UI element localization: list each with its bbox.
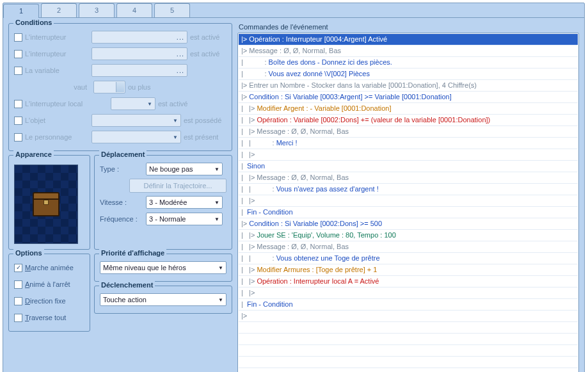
step-anim-label: Animé à l'arrêt xyxy=(25,280,70,288)
command-line[interactable]: |> Condition : Si Variable [0002:Dons] >… xyxy=(239,218,578,230)
page-tab-1[interactable]: 1 xyxy=(3,4,39,18)
variable-value-spinner[interactable] xyxy=(93,81,125,93)
command-line[interactable] xyxy=(239,322,578,334)
chevron-down-icon: ▼ xyxy=(214,166,219,172)
walk-anim-label: Marche animée xyxy=(25,264,74,271)
options-title: Options xyxy=(13,249,44,257)
switch2-label: L'interrupteur xyxy=(25,50,89,58)
switch1-checkbox[interactable] xyxy=(14,33,22,42)
command-line[interactable]: | |> Modifier Argent : - Variable [0001:… xyxy=(239,103,578,115)
right-column: Commandes de l'événement |> Opération : … xyxy=(237,23,579,372)
switch1-label: L'interrupteur xyxy=(25,33,89,41)
graphic-preview[interactable] xyxy=(14,165,78,244)
ellipsis-icon: ... xyxy=(177,50,184,58)
freq-select[interactable]: 3 - Normale▼ xyxy=(146,213,223,225)
chevron-down-icon: ▼ xyxy=(147,101,152,107)
step-anim-checkbox[interactable] xyxy=(14,280,22,289)
priority-select[interactable]: Même niveau que le héros▼ xyxy=(100,261,226,274)
movement-title: Déplacement xyxy=(99,150,147,158)
chevron-down-icon: ▼ xyxy=(214,216,219,222)
ellipsis-icon: ... xyxy=(177,33,184,41)
command-line[interactable]: |> Condition : Si Variable [0003:Argent]… xyxy=(239,92,578,103)
through-checkbox[interactable] xyxy=(14,314,22,322)
switch2-suffix: est activé xyxy=(190,50,219,58)
command-line[interactable]: | : Boîte des dons - Donnez ici des pièc… xyxy=(239,57,578,69)
command-line[interactable]: | | : Vous obtenez une Toge de prêtre xyxy=(239,253,578,264)
command-line[interactable]: |> Message : Ø, Ø, Normal, Bas xyxy=(239,45,578,57)
ellipsis-icon: ... xyxy=(177,67,184,74)
event-page-editor: 12345 Conditions L'interrupteur ... est … xyxy=(3,3,585,372)
trigger-title: Déclenchement xyxy=(99,281,155,289)
command-line[interactable]: | | : Merci ! xyxy=(239,138,578,149)
command-line[interactable]: | |> Jouer SE : 'Equip', Volume : 80, Te… xyxy=(239,230,578,241)
command-line[interactable]: |> Entrer un Nombre - Stocker dans la va… xyxy=(239,80,578,92)
command-line[interactable]: | Fin - Condition xyxy=(239,299,578,311)
priority-title: Priorité d'affichage xyxy=(99,249,166,257)
command-line[interactable]: |> xyxy=(239,311,578,322)
command-line[interactable]: | | : Vous n'avez pas assez d'argent ! xyxy=(239,184,578,195)
command-line[interactable] xyxy=(239,345,578,357)
page-tab-3[interactable]: 3 xyxy=(79,3,115,17)
command-line[interactable] xyxy=(239,334,578,345)
chevron-down-icon: ▼ xyxy=(218,265,223,271)
walk-anim-checkbox[interactable]: ✓ xyxy=(14,264,22,272)
page-tabs: 12345 xyxy=(3,3,584,17)
command-line[interactable] xyxy=(239,357,578,368)
variable-suffix: ou plus xyxy=(128,83,150,91)
direction-fix-checkbox[interactable] xyxy=(14,297,22,305)
event-command-list[interactable]: |> Opération : Interrupteur [0004:Argent… xyxy=(237,33,579,372)
page-tab-4[interactable]: 4 xyxy=(116,3,152,17)
selfswitch-suffix: est activé xyxy=(158,100,187,108)
through-label: Traverse tout xyxy=(25,314,66,321)
conditions-group: Conditions L'interrupteur ... est activé… xyxy=(8,23,232,151)
chevron-down-icon: ▼ xyxy=(173,118,178,124)
define-route-button[interactable]: Définir la Trajectoire... xyxy=(129,179,226,193)
page-tab-2[interactable]: 2 xyxy=(41,3,77,17)
command-line[interactable]: | |> xyxy=(239,149,578,161)
command-line[interactable]: | |> Message : Ø, Ø, Normal, Bas xyxy=(239,172,578,184)
actor-label: Le personnage xyxy=(25,133,89,141)
command-line[interactable]: | Sinon xyxy=(239,161,578,172)
selfswitch-checkbox[interactable] xyxy=(14,100,22,108)
command-line[interactable]: | |> Opération : Variable [0002:Dons] +=… xyxy=(239,115,578,126)
command-line[interactable]: | |> Modifier Armures : [Toge de prêtre]… xyxy=(239,264,578,276)
appearance-group: Apparence xyxy=(8,155,90,250)
switch1-field[interactable]: ... xyxy=(91,31,187,44)
command-line[interactable]: | Fin - Condition xyxy=(239,207,578,218)
item-suffix: est possédé xyxy=(184,117,221,124)
switch2-checkbox[interactable] xyxy=(14,50,22,58)
options-group: Options ✓Marche animée Animé à l'arrêt D… xyxy=(8,254,90,332)
speed-select[interactable]: 3 - Modérée▼ xyxy=(146,196,223,209)
speed-label: Vitesse : xyxy=(100,198,143,206)
command-line[interactable]: | |> xyxy=(239,195,578,207)
movement-group: Déplacement Type : Ne bouge pas▼ Définir… xyxy=(94,155,232,250)
item-label: L'objet xyxy=(25,117,89,124)
item-checkbox[interactable] xyxy=(14,117,22,125)
trigger-group: Déclenchement Touche action▼ xyxy=(94,286,232,314)
actor-suffix: est présent xyxy=(184,133,218,141)
variable-checkbox[interactable] xyxy=(14,67,22,75)
command-line[interactable]: | |> Message : Ø, Ø, Normal, Bas xyxy=(239,126,578,138)
trigger-select[interactable]: Touche action▼ xyxy=(100,293,226,306)
switch2-field[interactable]: ... xyxy=(91,47,187,60)
command-line[interactable]: |> Opération : Interrupteur [0004:Argent… xyxy=(239,34,578,45)
selfswitch-select[interactable]: ▼ xyxy=(111,97,155,110)
chevron-down-icon: ▼ xyxy=(214,200,219,206)
movement-type-label: Type : xyxy=(100,165,143,173)
variable-field[interactable]: ... xyxy=(91,64,187,77)
command-line[interactable]: | : Vous avez donné \V[002] Pièces xyxy=(239,69,578,80)
command-line[interactable] xyxy=(239,368,578,372)
page-tab-5[interactable]: 5 xyxy=(154,3,190,17)
command-line[interactable]: | |> Message : Ø, Ø, Normal, Bas xyxy=(239,241,578,253)
appearance-title: Apparence xyxy=(13,150,54,158)
variable-mid-label: vaut xyxy=(27,83,91,91)
command-line[interactable]: | |> Opération : Interrupteur local A = … xyxy=(239,276,578,287)
actor-select[interactable]: ▼ xyxy=(91,131,181,143)
command-line[interactable]: | |> xyxy=(239,287,578,299)
actor-checkbox[interactable] xyxy=(14,133,22,142)
movement-type-select[interactable]: Ne bouge pas▼ xyxy=(146,163,223,175)
left-column: Conditions L'interrupteur ... est activé… xyxy=(8,23,232,372)
item-select[interactable]: ▼ xyxy=(91,114,181,127)
chest-sprite xyxy=(33,192,60,216)
direction-fix-label: Direction fixe xyxy=(25,297,66,305)
